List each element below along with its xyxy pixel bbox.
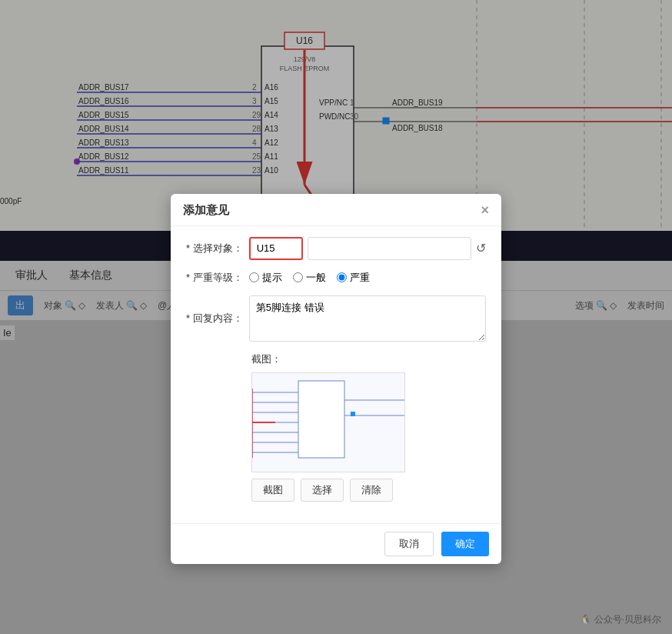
close-button[interactable]: × — [481, 203, 489, 217]
screenshot-section: 截图： — [186, 352, 486, 502]
severity-normal[interactable]: 一般 — [293, 271, 326, 285]
screenshot-label: 截图： — [186, 352, 486, 366]
severity-normal-radio[interactable] — [293, 272, 303, 282]
severity-serious-radio[interactable] — [337, 272, 347, 282]
select-btn[interactable]: 选择 — [301, 479, 344, 502]
screenshot-buttons: 截图 选择 清除 — [186, 479, 486, 502]
target-input[interactable] — [249, 237, 303, 260]
dialog-body: * 选择对象： ↺ * 严重等级： 提示 — [171, 226, 501, 523]
screenshot-preview — [251, 372, 405, 472]
severity-hint[interactable]: 提示 — [249, 271, 282, 285]
dialog-title: 添加意见 — [183, 203, 229, 218]
svg-rect-66 — [351, 412, 355, 416]
clear-btn[interactable]: 清除 — [350, 479, 393, 502]
confirm-button[interactable]: 确定 — [441, 532, 489, 556]
cancel-button[interactable]: 取消 — [384, 532, 434, 556]
severity-serious[interactable]: 严重 — [337, 271, 370, 285]
target-input-wrapper: ↺ — [249, 237, 486, 260]
add-comment-dialog: 添加意见 × * 选择对象： ↺ * 严重等级： — [171, 194, 501, 564]
severity-row: * 严重等级： 提示 一般 严重 — [186, 271, 486, 285]
dialog-footer: 取消 确定 — [171, 523, 501, 564]
dialog-overlay: 添加意见 × * 选择对象： ↺ * 严重等级： — [0, 0, 672, 634]
severity-radio-group: 提示 一般 严重 — [249, 271, 370, 285]
screenshot-btn[interactable]: 截图 — [251, 479, 294, 502]
reply-label: * 回复内容： — [186, 312, 243, 325]
dialog-header: 添加意见 × — [171, 194, 501, 226]
severity-label: * 严重等级： — [186, 271, 243, 285]
select-target-row: * 选择对象： ↺ — [186, 237, 486, 260]
svg-rect-56 — [298, 381, 344, 458]
reply-textarea[interactable]: 第5脚连接 错误 — [249, 295, 486, 342]
refresh-icon[interactable]: ↺ — [476, 241, 486, 255]
severity-hint-radio[interactable] — [249, 272, 259, 282]
watermark-text: 🐧 公众号·贝思科尔 — [580, 614, 661, 625]
target-input-ext[interactable] — [308, 237, 471, 260]
watermark: 🐧 公众号·贝思科尔 — [580, 613, 661, 626]
reply-row: * 回复内容： 第5脚连接 错误 — [186, 295, 486, 342]
select-target-label: * 选择对象： — [186, 242, 243, 255]
